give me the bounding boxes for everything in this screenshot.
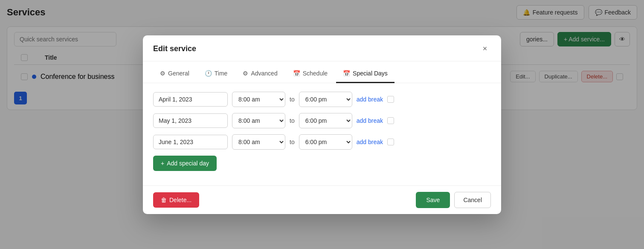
modal-overlay[interactable]: Edit service × ⚙ General 🕐 Time ⚙ Advanc…: [0, 0, 644, 249]
date-input-1[interactable]: [153, 92, 228, 107]
modal-title: Edit service: [153, 44, 196, 53]
tab-advanced[interactable]: ⚙ Advanced: [236, 67, 284, 83]
to-label-1: to: [290, 96, 295, 103]
gear-icon: ⚙: [160, 70, 165, 77]
modal-header: Edit service ×: [143, 35, 501, 61]
tab-schedule[interactable]: 📅 Schedule: [286, 67, 334, 83]
add-break-link-3[interactable]: add break: [357, 139, 383, 145]
add-break-link-2[interactable]: add break: [357, 117, 383, 124]
to-label-3: to: [290, 139, 295, 145]
tab-general-label: General: [168, 70, 189, 77]
date-input-3[interactable]: [153, 135, 228, 149]
close-button[interactable]: ×: [479, 43, 491, 55]
date-input-2[interactable]: [153, 113, 228, 128]
to-label-2: to: [290, 117, 295, 124]
row-delete-checkbox-1[interactable]: [387, 96, 394, 103]
modal-delete-button[interactable]: 🗑 Delete...: [153, 192, 199, 208]
calendar2-icon: 📅: [343, 70, 350, 77]
gear2-icon: ⚙: [243, 70, 248, 77]
calendar-icon: 📅: [293, 70, 300, 77]
tab-general[interactable]: ⚙ General: [153, 67, 196, 83]
tab-time-label: Time: [215, 70, 228, 77]
tab-special-days[interactable]: 📅 Special Days: [336, 67, 395, 83]
from-time-select-2[interactable]: 8:00 am 9:00 am: [232, 113, 285, 128]
tab-special-days-label: Special Days: [353, 70, 388, 77]
add-special-day-button[interactable]: + Add special day: [153, 156, 217, 171]
special-day-row-1: 8:00 am 9:00 am 10:00 am to 6:00 pm 7:00…: [153, 92, 491, 107]
trash-icon: 🗑: [161, 197, 167, 203]
from-time-select-3[interactable]: 8:00 am 9:00 am: [232, 134, 285, 150]
modal-body: 8:00 am 9:00 am 10:00 am to 6:00 pm 7:00…: [143, 83, 501, 185]
footer-right-actions: Save Cancel: [416, 192, 491, 208]
add-break-link-1[interactable]: add break: [357, 96, 383, 103]
to-time-select-3[interactable]: 6:00 pm 7:00 pm: [299, 134, 352, 150]
row-delete-checkbox-3[interactable]: [387, 139, 394, 145]
tab-time[interactable]: 🕐 Time: [198, 67, 235, 83]
add-special-day-label: Add special day: [167, 160, 209, 167]
to-time-select-1[interactable]: 6:00 pm 7:00 pm: [299, 92, 352, 107]
cancel-button[interactable]: Cancel: [454, 192, 491, 208]
modal-footer: 🗑 Delete... Save Cancel: [143, 185, 501, 214]
special-day-row-3: 8:00 am 9:00 am to 6:00 pm 7:00 pm add b…: [153, 134, 491, 150]
special-day-row-2: 8:00 am 9:00 am to 6:00 pm 7:00 pm add b…: [153, 113, 491, 128]
to-time-select-2[interactable]: 6:00 pm 7:00 pm: [299, 113, 352, 128]
tab-advanced-label: Advanced: [251, 70, 277, 77]
from-time-select-1[interactable]: 8:00 am 9:00 am 10:00 am: [232, 92, 285, 107]
row-delete-checkbox-2[interactable]: [387, 117, 394, 124]
tab-schedule-label: Schedule: [303, 70, 328, 77]
modal-tabs: ⚙ General 🕐 Time ⚙ Advanced 📅 Schedule 📅…: [143, 61, 501, 83]
save-button[interactable]: Save: [416, 192, 450, 208]
clock-icon: 🕐: [205, 70, 212, 77]
plus-icon: +: [161, 160, 164, 167]
edit-service-modal: Edit service × ⚙ General 🕐 Time ⚙ Advanc…: [143, 35, 501, 214]
